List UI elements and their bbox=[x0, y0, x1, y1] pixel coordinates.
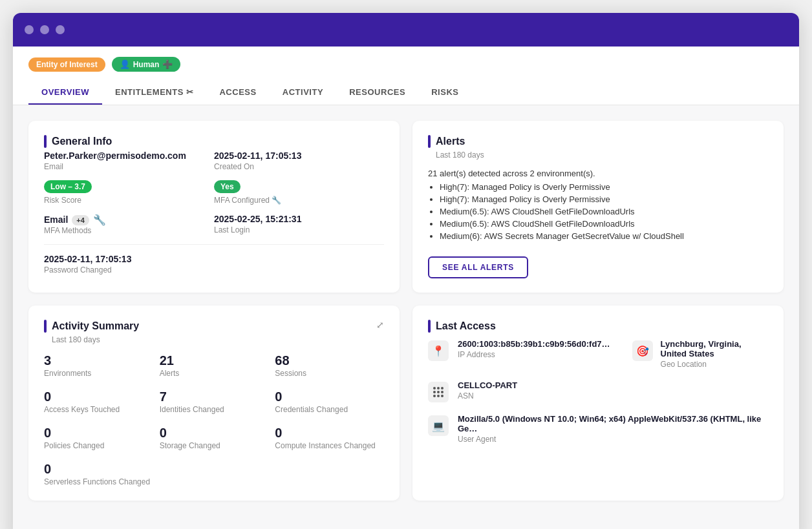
email-cell: Peter.Parker@permisodemo.com Email bbox=[44, 150, 214, 171]
entity-of-interest-badge[interactable]: Entity of Interest bbox=[28, 57, 105, 72]
browser-dot-1 bbox=[25, 25, 34, 34]
alert-item-1: High(7): Managed Policy is Overly Permis… bbox=[440, 182, 768, 192]
geo-location-icon: 🎯 bbox=[632, 340, 653, 361]
svg-point-4 bbox=[437, 391, 440, 393]
alerts-list: 21 alert(s) detected across 2 environmen… bbox=[428, 169, 768, 241]
activity-sessions: 68 Sessions bbox=[275, 353, 384, 378]
activity-credentials: 0 Credentials Changed bbox=[275, 389, 384, 414]
tab-risks[interactable]: RISKS bbox=[418, 81, 471, 105]
email-value: Peter.Parker@permisodemo.com bbox=[44, 150, 214, 161]
svg-point-8 bbox=[441, 395, 443, 397]
last-login-value: 2025-02-25, 15:21:31 bbox=[214, 214, 384, 224]
activity-compute: 0 Compute Instances Changed bbox=[275, 426, 384, 450]
mfa-yes-badge: Yes bbox=[214, 180, 240, 193]
last-access-list: 📍 2600:1003:b85b:39b1:c9b9:56d0:fd7… IP … bbox=[428, 339, 768, 444]
activity-access-keys: 0 Access Keys Touched bbox=[44, 389, 153, 414]
activity-subtitle: Last 180 days bbox=[52, 335, 139, 344]
password-changed-cell: 2025-02-11, 17:05:13 Password Changed bbox=[44, 254, 384, 275]
identities-label: Identities Changed bbox=[160, 405, 269, 414]
credentials-value: 0 bbox=[275, 389, 384, 404]
risk-score-cell: Low – 3.7 Risk Score bbox=[44, 180, 214, 205]
user-agent-value: Mozilla/5.0 (Windows NT 10.0; Win64; x64… bbox=[458, 414, 768, 433]
geo-location-value: Lynchburg, Virginia, United States bbox=[661, 339, 768, 358]
tab-entitlements-label: ENTITLEMENTS bbox=[115, 87, 184, 97]
mfa-tools-icon: 🔧 bbox=[93, 214, 106, 226]
mfa-methods-cell: Email +4 🔧 MFA Methods bbox=[44, 214, 214, 235]
tab-overview-label: OVERVIEW bbox=[41, 87, 89, 97]
entitlements-icon: ✂ bbox=[186, 87, 194, 97]
see-all-alerts-button[interactable]: SEE ALL ALERTS bbox=[428, 256, 528, 278]
created-on-label: Created On bbox=[214, 162, 384, 171]
ip-address-icon: 📍 bbox=[428, 340, 449, 361]
svg-point-6 bbox=[433, 395, 436, 397]
alerts-title: Alerts bbox=[428, 135, 768, 148]
plus-icon: ➕ bbox=[162, 59, 173, 69]
alerts-value: 21 bbox=[160, 353, 269, 368]
tab-resources[interactable]: RESOURCES bbox=[336, 81, 418, 105]
last-access-item-3: 💻 Mozilla/5.0 (Windows NT 10.0; Win64; x… bbox=[428, 414, 768, 444]
asn-col: CELLCO-PART ASN bbox=[458, 380, 517, 400]
title-accent bbox=[44, 135, 47, 148]
mfa-configured-cell: Yes MFA Configured 🔧 bbox=[214, 180, 384, 205]
ip-address-label: IP Address bbox=[458, 350, 610, 359]
alert-item-4: Medium(6.5): AWS CloudShell GetFileDownl… bbox=[440, 219, 768, 229]
entity-row: Entity of Interest 👤 Human ➕ bbox=[28, 57, 784, 72]
tab-entitlements[interactable]: ENTITLEMENTS ✂ bbox=[102, 81, 206, 105]
risk-score-label: Risk Score bbox=[44, 196, 214, 205]
serverless-label: Serverless Functions Changed bbox=[44, 477, 153, 486]
page-content: Entity of Interest 👤 Human ➕ OVERVIEW EN… bbox=[13, 47, 799, 529]
activity-alerts: 21 Alerts bbox=[160, 353, 269, 378]
user-agent-col: Mozilla/5.0 (Windows NT 10.0; Win64; x64… bbox=[458, 414, 768, 444]
storage-value: 0 bbox=[160, 426, 269, 441]
svg-point-3 bbox=[433, 391, 436, 393]
access-keys-value: 0 bbox=[44, 389, 153, 404]
mfa-count-badge: +4 bbox=[72, 215, 89, 225]
asn-icon bbox=[428, 382, 449, 402]
alerts-summary: 21 alert(s) detected across 2 environmen… bbox=[428, 169, 768, 178]
user-agent-label: User Agent bbox=[458, 435, 768, 444]
human-badge[interactable]: 👤 Human ➕ bbox=[112, 57, 181, 72]
human-label: Human bbox=[133, 60, 160, 69]
tabs-nav: OVERVIEW ENTITLEMENTS ✂ ACCESS ACTIVITY … bbox=[28, 81, 784, 105]
activity-grid: 3 Environments 21 Alerts 68 Sessions 0 A… bbox=[44, 353, 384, 486]
compute-label: Compute Instances Changed bbox=[275, 441, 384, 450]
browser-window: Entity of Interest 👤 Human ➕ OVERVIEW EN… bbox=[13, 13, 799, 529]
storage-label: Storage Changed bbox=[160, 441, 269, 450]
activity-summary-card: Activity Summary Last 180 days ⤢ 3 Envir… bbox=[28, 306, 400, 501]
activity-serverless: 0 Serverless Functions Changed bbox=[44, 462, 153, 486]
alerts-label: Alerts bbox=[160, 369, 269, 378]
svg-point-5 bbox=[441, 391, 443, 393]
mfa-methods-label: MFA Methods bbox=[44, 226, 214, 235]
last-access-title-accent bbox=[428, 320, 431, 333]
access-keys-label: Access Keys Touched bbox=[44, 405, 153, 414]
tab-access[interactable]: ACCESS bbox=[206, 81, 269, 105]
created-on-cell: 2025-02-11, 17:05:13 Created On bbox=[214, 150, 384, 171]
person-icon: 👤 bbox=[120, 59, 130, 69]
info-grid: Peter.Parker@permisodemo.com Email 2025-… bbox=[44, 150, 384, 235]
general-info-title: General Info bbox=[44, 135, 384, 148]
tab-overview[interactable]: OVERVIEW bbox=[28, 81, 102, 105]
credentials-label: Credentials Changed bbox=[275, 405, 384, 414]
tab-activity-label: ACTIVITY bbox=[283, 87, 323, 97]
svg-point-1 bbox=[437, 387, 440, 389]
sessions-value: 68 bbox=[275, 353, 384, 368]
alert-item-3: Medium(6.5): AWS CloudShell GetFileDownl… bbox=[440, 207, 768, 216]
activity-title: Activity Summary bbox=[44, 320, 139, 333]
expand-icon[interactable]: ⤢ bbox=[376, 320, 384, 330]
tab-access-label: ACCESS bbox=[219, 87, 256, 97]
last-login-label: Last Login bbox=[214, 225, 384, 234]
ip-address-value: 2600:1003:b85b:39b1:c9b9:56d0:fd7… bbox=[458, 339, 610, 349]
activity-storage: 0 Storage Changed bbox=[160, 426, 269, 450]
password-changed-label: Password Changed bbox=[44, 265, 384, 275]
asn-label: ASN bbox=[458, 391, 517, 400]
user-agent-icon: 💻 bbox=[428, 415, 449, 436]
browser-dot-3 bbox=[56, 25, 65, 34]
last-access-title: Last Access bbox=[428, 320, 768, 333]
activity-identities: 7 Identities Changed bbox=[160, 389, 269, 414]
svg-point-7 bbox=[437, 395, 440, 397]
mfa-methods-value: Email bbox=[44, 214, 68, 225]
created-on-value: 2025-02-11, 17:05:13 bbox=[214, 150, 384, 161]
tab-activity[interactable]: ACTIVITY bbox=[270, 81, 336, 105]
mfa-configured-icon: 🔧 bbox=[272, 196, 281, 205]
last-access-item-1: 📍 2600:1003:b85b:39b1:c9b9:56d0:fd7… IP … bbox=[428, 339, 768, 369]
